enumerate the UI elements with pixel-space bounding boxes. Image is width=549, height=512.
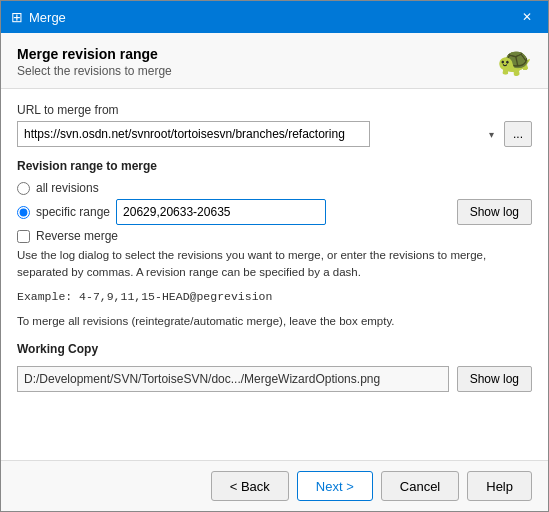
help-button[interactable]: Help [467,471,532,501]
url-select[interactable]: https://svn.osdn.net/svnroot/tortoisesvn… [17,121,370,147]
range-input[interactable] [116,199,326,225]
all-revisions-radio[interactable] [17,182,30,195]
footer: < Back Next > Cancel Help [1,460,548,511]
working-copy-path: D:/Development/SVN/TortoiseSVN/doc.../Me… [17,366,449,392]
show-log-button-wc[interactable]: Show log [457,366,532,392]
revision-range-label: Revision range to merge [17,159,532,173]
url-select-wrapper: https://svn.osdn.net/svnroot/tortoisesvn… [17,121,500,147]
browse-button[interactable]: ... [504,121,532,147]
revision-range-group: Revision range to merge all revisions sp… [17,159,532,330]
url-row: https://svn.osdn.net/svnroot/tortoisesvn… [17,121,532,147]
next-button[interactable]: Next > [297,471,373,501]
url-label: URL to merge from [17,103,532,117]
window-title: Merge [29,10,516,25]
reverse-merge-row: Reverse merge [17,229,532,243]
note-text: To merge all revisions (reintegrate/auto… [17,313,532,330]
header-text: Merge revision range Select the revision… [17,46,172,78]
example-text: Example: 4-7,9,11,15-HEAD@pegrevision [17,290,532,303]
main-window: ⊞ Merge ✕ Merge revision range Select th… [0,0,549,512]
app-logo: 🐢 [497,45,532,78]
all-revisions-row: all revisions [17,181,532,195]
working-copy-label: Working Copy [17,342,532,356]
reverse-merge-checkbox[interactable] [17,230,30,243]
cancel-button[interactable]: Cancel [381,471,459,501]
header-title: Merge revision range [17,46,172,62]
close-button[interactable]: ✕ [516,6,538,28]
title-bar: ⊞ Merge ✕ [1,1,548,33]
header-section: Merge revision range Select the revision… [1,33,548,89]
working-copy-section: Working Copy D:/Development/SVN/Tortoise… [17,342,532,392]
specific-range-label[interactable]: specific range [36,205,110,219]
header-subtitle: Select the revisions to merge [17,64,172,78]
working-copy-row: D:/Development/SVN/TortoiseSVN/doc.../Me… [17,366,532,392]
back-button[interactable]: < Back [211,471,289,501]
all-revisions-label[interactable]: all revisions [36,181,99,195]
radio-and-range: specific range [17,199,457,225]
info-text: Use the log dialog to select the revisio… [17,247,532,282]
specific-range-radio[interactable] [17,206,30,219]
specific-range-full-row: specific range Show log [17,199,532,225]
url-field-group: URL to merge from https://svn.osdn.net/s… [17,103,532,147]
window-icon: ⊞ [11,9,23,25]
title-bar-controls: ✕ [516,6,538,28]
main-content: URL to merge from https://svn.osdn.net/s… [1,89,548,460]
reverse-merge-label[interactable]: Reverse merge [36,229,118,243]
show-log-button-range[interactable]: Show log [457,199,532,225]
